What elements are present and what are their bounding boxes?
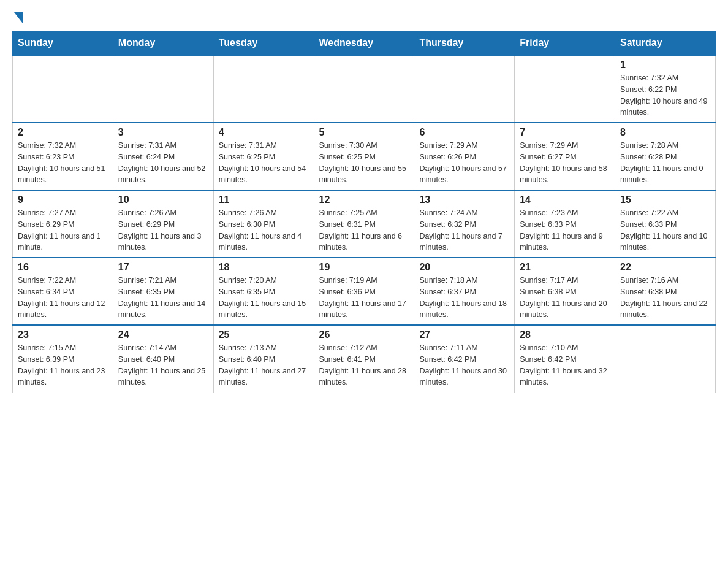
calendar-cell: 21Sunrise: 7:17 AMSunset: 6:38 PMDayligh… <box>515 258 615 325</box>
day-number: 23 <box>18 329 108 340</box>
day-number: 16 <box>18 262 108 273</box>
calendar-week-row: 2Sunrise: 7:32 AMSunset: 6:23 PMDaylight… <box>13 123 716 190</box>
calendar-cell: 2Sunrise: 7:32 AMSunset: 6:23 PMDaylight… <box>13 123 113 190</box>
calendar-cell: 22Sunrise: 7:16 AMSunset: 6:38 PMDayligh… <box>615 258 716 325</box>
day-info: Sunrise: 7:22 AMSunset: 6:33 PMDaylight:… <box>620 207 710 253</box>
day-number: 27 <box>419 329 509 340</box>
day-info: Sunrise: 7:15 AMSunset: 6:39 PMDaylight:… <box>18 342 108 388</box>
calendar-cell: 17Sunrise: 7:21 AMSunset: 6:35 PMDayligh… <box>113 258 213 325</box>
calendar-cell <box>414 55 515 123</box>
day-info: Sunrise: 7:23 AMSunset: 6:33 PMDaylight:… <box>520 207 610 253</box>
day-number: 11 <box>219 194 309 205</box>
calendar-cell <box>515 55 615 123</box>
calendar-cell: 14Sunrise: 7:23 AMSunset: 6:33 PMDayligh… <box>515 190 615 258</box>
calendar-cell: 12Sunrise: 7:25 AMSunset: 6:31 PMDayligh… <box>314 190 414 258</box>
calendar-cell: 11Sunrise: 7:26 AMSunset: 6:30 PMDayligh… <box>213 190 314 258</box>
logo <box>12 12 23 20</box>
day-number: 2 <box>18 127 108 138</box>
header-friday: Friday <box>515 31 615 56</box>
calendar-cell <box>615 325 716 393</box>
day-number: 19 <box>319 262 409 273</box>
day-number: 26 <box>319 329 409 340</box>
calendar-cell <box>314 55 414 123</box>
calendar-table: Sunday Monday Tuesday Wednesday Thursday… <box>12 31 716 393</box>
day-info: Sunrise: 7:29 AMSunset: 6:26 PMDaylight:… <box>419 140 509 186</box>
day-number: 8 <box>620 127 710 138</box>
header-saturday: Saturday <box>615 31 716 56</box>
day-info: Sunrise: 7:31 AMSunset: 6:25 PMDaylight:… <box>219 140 309 186</box>
day-number: 25 <box>219 329 309 340</box>
header-sunday: Sunday <box>13 31 113 56</box>
day-info: Sunrise: 7:17 AMSunset: 6:38 PMDaylight:… <box>520 275 610 321</box>
day-number: 24 <box>118 329 208 340</box>
calendar-cell: 24Sunrise: 7:14 AMSunset: 6:40 PMDayligh… <box>113 325 213 393</box>
day-number: 15 <box>620 194 710 205</box>
day-info: Sunrise: 7:26 AMSunset: 6:29 PMDaylight:… <box>118 207 208 253</box>
day-number: 13 <box>419 194 509 205</box>
day-info: Sunrise: 7:32 AMSunset: 6:22 PMDaylight:… <box>620 72 710 118</box>
calendar-week-row: 16Sunrise: 7:22 AMSunset: 6:34 PMDayligh… <box>13 258 716 325</box>
day-number: 9 <box>18 194 108 205</box>
day-number: 22 <box>620 262 710 273</box>
day-info: Sunrise: 7:12 AMSunset: 6:41 PMDaylight:… <box>319 342 409 388</box>
day-info: Sunrise: 7:28 AMSunset: 6:28 PMDaylight:… <box>620 140 710 186</box>
day-number: 5 <box>319 127 409 138</box>
calendar-cell <box>13 55 113 123</box>
calendar-cell: 4Sunrise: 7:31 AMSunset: 6:25 PMDaylight… <box>213 123 314 190</box>
calendar-cell <box>113 55 213 123</box>
day-info: Sunrise: 7:20 AMSunset: 6:35 PMDaylight:… <box>219 275 309 321</box>
day-number: 4 <box>219 127 309 138</box>
header-tuesday: Tuesday <box>213 31 314 56</box>
calendar-cell: 8Sunrise: 7:28 AMSunset: 6:28 PMDaylight… <box>615 123 716 190</box>
day-info: Sunrise: 7:31 AMSunset: 6:24 PMDaylight:… <box>118 140 208 186</box>
calendar-cell: 20Sunrise: 7:18 AMSunset: 6:37 PMDayligh… <box>414 258 515 325</box>
day-info: Sunrise: 7:13 AMSunset: 6:40 PMDaylight:… <box>219 342 309 388</box>
day-info: Sunrise: 7:16 AMSunset: 6:38 PMDaylight:… <box>620 275 710 321</box>
day-info: Sunrise: 7:27 AMSunset: 6:29 PMDaylight:… <box>18 207 108 253</box>
day-info: Sunrise: 7:29 AMSunset: 6:27 PMDaylight:… <box>520 140 610 186</box>
day-number: 12 <box>319 194 409 205</box>
day-info: Sunrise: 7:21 AMSunset: 6:35 PMDaylight:… <box>118 275 208 321</box>
calendar-cell: 7Sunrise: 7:29 AMSunset: 6:27 PMDaylight… <box>515 123 615 190</box>
calendar-week-row: 1Sunrise: 7:32 AMSunset: 6:22 PMDaylight… <box>13 55 716 123</box>
logo-arrow-icon <box>14 12 23 23</box>
day-number: 21 <box>520 262 610 273</box>
day-info: Sunrise: 7:19 AMSunset: 6:36 PMDaylight:… <box>319 275 409 321</box>
day-number: 6 <box>419 127 509 138</box>
calendar-cell: 9Sunrise: 7:27 AMSunset: 6:29 PMDaylight… <box>13 190 113 258</box>
calendar-cell: 27Sunrise: 7:11 AMSunset: 6:42 PMDayligh… <box>414 325 515 393</box>
day-number: 10 <box>118 194 208 205</box>
day-number: 28 <box>520 329 610 340</box>
calendar-cell: 1Sunrise: 7:32 AMSunset: 6:22 PMDaylight… <box>615 55 716 123</box>
calendar-cell <box>213 55 314 123</box>
page-header <box>12 12 716 20</box>
day-number: 17 <box>118 262 208 273</box>
calendar-cell: 13Sunrise: 7:24 AMSunset: 6:32 PMDayligh… <box>414 190 515 258</box>
calendar-week-row: 23Sunrise: 7:15 AMSunset: 6:39 PMDayligh… <box>13 325 716 393</box>
header-thursday: Thursday <box>414 31 515 56</box>
day-info: Sunrise: 7:14 AMSunset: 6:40 PMDaylight:… <box>118 342 208 388</box>
calendar-cell: 10Sunrise: 7:26 AMSunset: 6:29 PMDayligh… <box>113 190 213 258</box>
day-info: Sunrise: 7:18 AMSunset: 6:37 PMDaylight:… <box>419 275 509 321</box>
calendar-cell: 23Sunrise: 7:15 AMSunset: 6:39 PMDayligh… <box>13 325 113 393</box>
day-number: 14 <box>520 194 610 205</box>
calendar-cell: 18Sunrise: 7:20 AMSunset: 6:35 PMDayligh… <box>213 258 314 325</box>
calendar-cell: 28Sunrise: 7:10 AMSunset: 6:42 PMDayligh… <box>515 325 615 393</box>
header-monday: Monday <box>113 31 213 56</box>
day-info: Sunrise: 7:30 AMSunset: 6:25 PMDaylight:… <box>319 140 409 186</box>
calendar-cell: 26Sunrise: 7:12 AMSunset: 6:41 PMDayligh… <box>314 325 414 393</box>
day-number: 7 <box>520 127 610 138</box>
weekday-header-row: Sunday Monday Tuesday Wednesday Thursday… <box>13 31 716 56</box>
day-number: 1 <box>620 59 710 71</box>
logo-general-text <box>12 12 23 23</box>
calendar-cell: 15Sunrise: 7:22 AMSunset: 6:33 PMDayligh… <box>615 190 716 258</box>
day-info: Sunrise: 7:26 AMSunset: 6:30 PMDaylight:… <box>219 207 309 253</box>
day-info: Sunrise: 7:32 AMSunset: 6:23 PMDaylight:… <box>18 140 108 186</box>
day-number: 20 <box>419 262 509 273</box>
day-info: Sunrise: 7:10 AMSunset: 6:42 PMDaylight:… <box>520 342 610 388</box>
day-number: 3 <box>118 127 208 138</box>
calendar-cell: 5Sunrise: 7:30 AMSunset: 6:25 PMDaylight… <box>314 123 414 190</box>
day-info: Sunrise: 7:11 AMSunset: 6:42 PMDaylight:… <box>419 342 509 388</box>
calendar-cell: 19Sunrise: 7:19 AMSunset: 6:36 PMDayligh… <box>314 258 414 325</box>
day-info: Sunrise: 7:25 AMSunset: 6:31 PMDaylight:… <box>319 207 409 253</box>
